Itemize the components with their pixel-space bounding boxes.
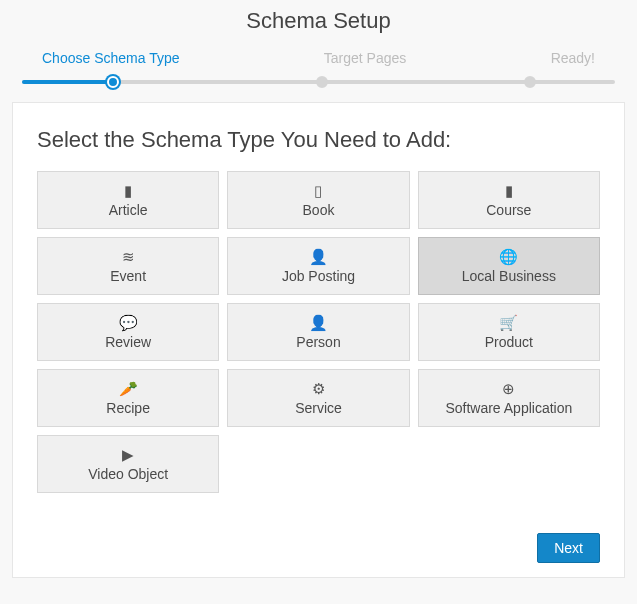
schema-tile-label: Job Posting bbox=[282, 268, 355, 284]
schema-tile-book[interactable]: ▯Book bbox=[227, 171, 409, 229]
step-choose-type[interactable]: Choose Schema Type bbox=[42, 50, 180, 66]
schema-tile-product[interactable]: 🛒Product bbox=[418, 303, 600, 361]
video-icon: ▶ bbox=[122, 447, 134, 462]
service-icon: ⚙ bbox=[312, 381, 325, 396]
schema-tile-event[interactable]: ≋Event bbox=[37, 237, 219, 295]
stepper-track-fill bbox=[22, 80, 117, 84]
schema-tile-local-business[interactable]: 🌐Local Business bbox=[418, 237, 600, 295]
next-button[interactable]: Next bbox=[537, 533, 600, 563]
step-dot-1 bbox=[107, 76, 119, 88]
job-icon: 👤 bbox=[309, 249, 328, 264]
schema-tile-label: Product bbox=[485, 334, 533, 350]
schema-selection-panel: Select the Schema Type You Need to Add: … bbox=[12, 102, 625, 578]
schema-tile-label: Recipe bbox=[106, 400, 150, 416]
schema-tile-label: Software Application bbox=[445, 400, 572, 416]
step-target-pages: Target Pages bbox=[324, 50, 407, 66]
software-icon: ⊕ bbox=[502, 381, 515, 396]
product-icon: 🛒 bbox=[499, 315, 518, 330]
schema-tile-software-application[interactable]: ⊕Software Application bbox=[418, 369, 600, 427]
schema-setup-wizard: Schema Setup Choose Schema Type Target P… bbox=[0, 0, 637, 590]
schema-tile-label: Event bbox=[110, 268, 146, 284]
step-dot-2 bbox=[316, 76, 328, 88]
schema-tile-label: Course bbox=[486, 202, 531, 218]
schema-tile-label: Person bbox=[296, 334, 340, 350]
file-icon: ▮ bbox=[124, 183, 132, 198]
step-ready: Ready! bbox=[551, 50, 595, 66]
person-icon: 👤 bbox=[309, 315, 328, 330]
event-icon: ≋ bbox=[122, 249, 135, 264]
schema-tile-person[interactable]: 👤Person bbox=[227, 303, 409, 361]
schema-tile-label: Book bbox=[303, 202, 335, 218]
schema-tile-service[interactable]: ⚙Service bbox=[227, 369, 409, 427]
schema-tile-course[interactable]: ▮Course bbox=[418, 171, 600, 229]
schema-tile-label: Local Business bbox=[462, 268, 556, 284]
schema-tile-label: Video Object bbox=[88, 466, 168, 482]
panel-heading: Select the Schema Type You Need to Add: bbox=[37, 127, 600, 153]
schema-tile-job-posting[interactable]: 👤Job Posting bbox=[227, 237, 409, 295]
schema-tile-label: Review bbox=[105, 334, 151, 350]
schema-tile-grid: ▮Article▯Book▮Course≋Event👤Job Posting🌐L… bbox=[37, 171, 600, 493]
schema-tile-video-object[interactable]: ▶Video Object bbox=[37, 435, 219, 493]
progress-stepper: Choose Schema Type Target Pages Ready! bbox=[12, 50, 625, 96]
schema-tile-label: Article bbox=[109, 202, 148, 218]
recipe-icon: 🥕 bbox=[119, 381, 138, 396]
book-icon: ▯ bbox=[314, 183, 322, 198]
schema-tile-recipe[interactable]: 🥕Recipe bbox=[37, 369, 219, 427]
course-icon: ▮ bbox=[505, 183, 513, 198]
review-icon: 💬 bbox=[119, 315, 138, 330]
globe-icon: 🌐 bbox=[499, 249, 518, 264]
step-dot-3 bbox=[524, 76, 536, 88]
page-title: Schema Setup bbox=[12, 8, 625, 34]
schema-tile-review[interactable]: 💬Review bbox=[37, 303, 219, 361]
schema-tile-label: Service bbox=[295, 400, 342, 416]
schema-tile-article[interactable]: ▮Article bbox=[37, 171, 219, 229]
wizard-footer: Next bbox=[37, 533, 600, 563]
